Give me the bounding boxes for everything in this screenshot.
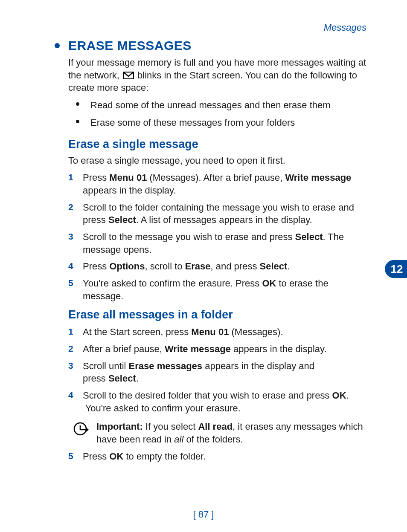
svg-marker-2	[86, 428, 89, 432]
bullet-icon	[76, 120, 79, 123]
step-text: Scroll to the folder containing the mess…	[83, 201, 369, 226]
list-item: 1 At the Start screen, press Menu 01 (Me…	[68, 326, 369, 338]
ordered-list-1: 1 Press Menu 01 (Messages). After a brie…	[68, 171, 369, 302]
step-text: You're asked to confirm the erasure. Pre…	[83, 277, 369, 302]
heading-2: Erase all messages in a folder	[68, 308, 369, 321]
step-number: 5	[68, 450, 83, 463]
step-text: Press Menu 01 (Messages). After a brief …	[83, 171, 369, 197]
step-number: 1	[68, 171, 83, 197]
step-number: 1	[68, 326, 83, 338]
list-item: 4 Press Options, scroll to Erase, and pr…	[68, 260, 369, 273]
important-text: Important: If you select All read, it er…	[96, 420, 369, 445]
step-text: Scroll to the desired folder that you wi…	[83, 389, 369, 414]
section-intro: To erase a single message, you need to o…	[68, 154, 369, 167]
step-number: 2	[68, 343, 83, 356]
step-number: 2	[68, 201, 83, 226]
heading-1-row: ERASE MESSAGES	[51, 38, 369, 53]
step-text: Press Options, scroll to Erase, and pres…	[83, 260, 369, 273]
step-number: 3	[68, 360, 83, 385]
important-note: Important: If you select All read, it er…	[73, 420, 369, 445]
intro-paragraph: If your message memory is full and you h…	[68, 56, 369, 94]
important-icon	[73, 421, 89, 437]
list-item: 3 Scroll to the message you wish to eras…	[68, 231, 369, 256]
list-item: 2 Scroll to the folder containing the me…	[68, 201, 369, 226]
ordered-list-2-cont: 5 Press OK to empty the folder.	[68, 450, 369, 463]
list-item: 1 Press Menu 01 (Messages). After a brie…	[68, 171, 369, 197]
list-item-text: Read some of the unread messages and the…	[90, 98, 331, 113]
bullet-icon	[76, 102, 79, 106]
envelope-icon	[123, 70, 134, 78]
list-item: Read some of the unread messages and the…	[73, 98, 369, 113]
step-number: 4	[68, 260, 83, 273]
list-item: 5 You're asked to confirm the erasure. P…	[68, 277, 369, 302]
list-item: Erase some of these messages from your f…	[73, 115, 369, 130]
list-item: 4 Scroll to the desired folder that you …	[68, 389, 369, 414]
step-number: 5	[68, 277, 83, 302]
list-item: 3 Scroll until Erase messages appears in…	[68, 360, 369, 385]
step-text: Scroll until Erase messages appears in t…	[83, 360, 369, 385]
section-header: Messages	[324, 22, 366, 33]
page-number: [ 87 ]	[0, 509, 407, 520]
step-number: 4	[68, 389, 83, 414]
chapter-tab: 12	[385, 260, 407, 278]
list-item-text: Erase some of these messages from your f…	[90, 115, 295, 130]
list-item: 2 After a brief pause, Write message app…	[68, 343, 369, 356]
step-text: Press OK to empty the folder.	[83, 450, 369, 463]
heading-2: Erase a single message	[68, 138, 369, 151]
heading-1: ERASE MESSAGES	[68, 38, 192, 53]
step-number: 3	[68, 231, 83, 256]
heading-bullet-icon	[55, 43, 60, 48]
intro-bullet-list: Read some of the unread messages and the…	[73, 98, 369, 130]
step-text: Scroll to the message you wish to erase …	[83, 231, 369, 256]
list-item: 5 Press OK to empty the folder.	[68, 450, 369, 463]
step-text: At the Start screen, press Menu 01 (Mess…	[83, 326, 369, 338]
ordered-list-2: 1 At the Start screen, press Menu 01 (Me…	[68, 326, 369, 414]
step-text: After a brief pause, Write message appea…	[83, 343, 369, 356]
